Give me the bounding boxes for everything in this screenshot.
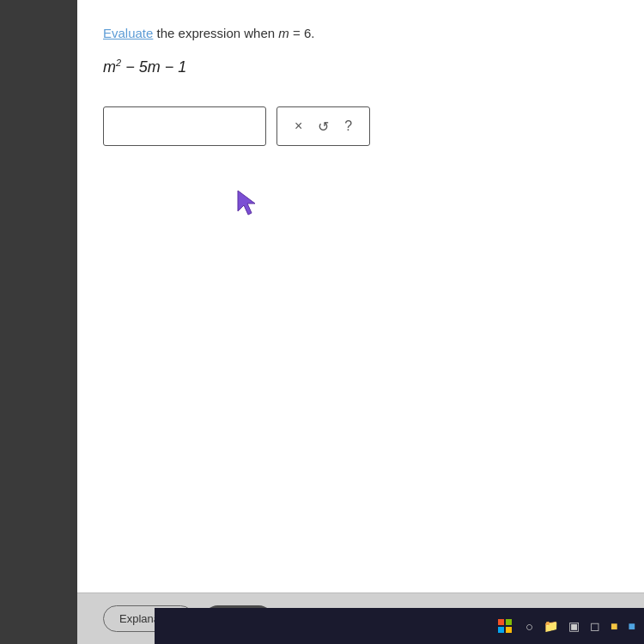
file-explorer-icon[interactable]: 📁 (544, 619, 558, 633)
answer-input[interactable] (103, 106, 266, 146)
input-row: × ↺ ? (103, 106, 610, 146)
main-area: Evaluate the expression when m = 6. m2 −… (77, 0, 644, 644)
help-button[interactable]: ? (343, 118, 354, 134)
math-expression: m2 − 5m − 1 (103, 58, 610, 76)
undo-button[interactable]: ↺ (316, 118, 331, 135)
taskbar: ○ 📁 ▣ ◻ ■ ■ (155, 608, 644, 644)
svg-marker-0 (238, 191, 255, 215)
clear-button[interactable]: × (293, 118, 304, 134)
blue-icon[interactable]: ■ (629, 619, 635, 633)
instruction-text: Evaluate the expression when m = 6. (103, 26, 610, 40)
yellow-folder-icon[interactable]: ■ (611, 619, 617, 633)
windows-icon[interactable] (498, 619, 512, 633)
variable-m: m (278, 26, 289, 40)
tablet-icon[interactable]: ▣ (568, 619, 580, 633)
search-icon[interactable]: ○ (526, 619, 533, 634)
evaluate-link[interactable]: Evaluate (103, 26, 153, 40)
content-panel: Evaluate the expression when m = 6. m2 −… (77, 0, 644, 592)
taskbar-icons-row: ○ 📁 ▣ ◻ ■ ■ (498, 619, 635, 634)
action-buttons-box: × ↺ ? (276, 106, 370, 146)
left-sidebar (0, 0, 77, 644)
chat-icon[interactable]: ◻ (590, 619, 600, 633)
